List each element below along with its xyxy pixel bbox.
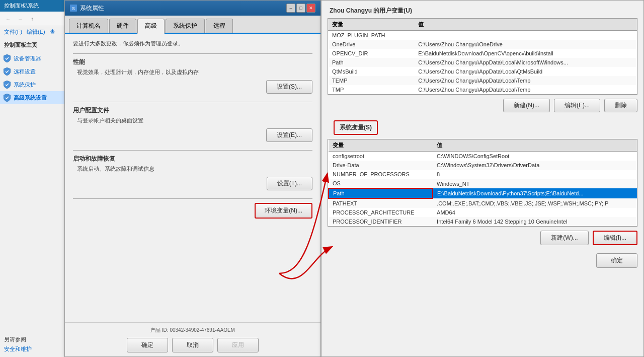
nav-back-btn[interactable]: ← [3,14,13,24]
cp-section-title: 控制面板主页 [0,38,65,52]
menu-file[interactable]: 文件(F) [4,29,22,35]
user-var-name: OneDrive [328,40,414,49]
sys-vars-row[interactable]: PathE:\BaiduNetdiskDownload\Python37\Scr… [329,188,637,198]
warning-text: 要进行大多数更改，你必须作为管理员登录。 [73,40,312,47]
sys-vars-section: 系统变量(S) [328,118,637,137]
tab-computer-name[interactable]: 计算机名 [69,19,108,33]
sys-vars-table-container: 变量 值 configsetrootC:\WINDOWS\ConfigSetRo… [328,139,637,227]
user-profiles-settings-btn[interactable]: 设置(E)... [266,128,312,142]
divider2 [73,102,312,102]
shield-icon-3 [3,81,11,89]
control-panel: 控制面板\系统 ← → ↑ 文件(F) 编辑(E) 查 控制面板主页 设备管理器… [0,0,65,357]
performance-settings-btn[interactable]: 设置(S)... [266,80,312,94]
cancel-btn[interactable]: 取消 [172,338,213,352]
user-vars-row[interactable]: OPENCV_DIRE:\BaiduNetdiskDownload\OpenCV… [328,49,637,58]
user-var-value: E:\BaiduNetdiskDownload\OpenCV\opencv\bu… [414,49,637,58]
user-vars-row[interactable]: PathC:\Users\Zhou Changyu\AppData\Local\… [328,58,637,67]
env-ok-btn[interactable]: 确定 [596,253,637,268]
user-vars-btn-group: 新建(N)... 编辑(E)... 删除 [321,95,643,116]
menu-edit[interactable]: 编辑(E) [27,29,45,35]
sys-vars-row[interactable]: PROCESSOR_ARCHITECTUREAMD64 [329,208,637,217]
user-profiles-btn-row: 设置(E)... [73,128,312,142]
user-var-value: C:\Users\Zhou Changyu\AppData\Local\Micr… [414,58,637,67]
sys-edit-btn[interactable]: 编辑(I)... [593,231,637,245]
sys-var-value: Windows_NT [433,179,637,188]
sys-vars-row[interactable]: PROCESSOR_IDENTIFIERIntel64 Family 6 Mod… [329,217,637,226]
env-btn-row: 环境变量(N)... [73,203,312,219]
user-var-value: C:\Users\Zhou Changyu\AppData\Local\QtMs… [414,67,637,76]
startup-settings-btn[interactable]: 设置(T)... [267,177,312,190]
user-profiles-label: 用户配置文件 [73,106,312,115]
user-vars-row[interactable]: QtMsBuildC:\Users\Zhou Changyu\AppData\L… [328,67,637,76]
performance-label: 性能 [73,58,312,66]
user-var-value: C:\Users\Zhou Changyu\AppData\Local\Temp [414,85,637,94]
sidebar-label-advanced: 高级系统设置 [14,94,47,102]
apply-btn[interactable]: 应用 [217,338,259,352]
sys-new-btn[interactable]: 新建(W)... [540,231,588,245]
sys-vars-row[interactable]: NUMBER_OF_PROCESSORS8 [329,170,637,179]
tab-advanced[interactable]: 高级 [137,19,165,34]
close-btn[interactable]: ✕ [306,4,315,13]
sys-var-name: NUMBER_OF_PROCESSORS [329,170,433,179]
nav-forward-btn[interactable]: → [15,14,25,24]
user-vars-col-var: 变量 [328,19,414,31]
sys-var-value: 8 [433,170,637,179]
sys-vars-row[interactable]: Drive-DataC:\Windows\System32\Drivers\Dr… [329,161,637,170]
sidebar-label-device-manager: 设备管理器 [14,55,41,62]
sys-vars-row[interactable]: OSWindows_NT [329,179,637,188]
user-vars-row[interactable]: TMPC:\Users\Zhou Changyu\AppData\Local\T… [328,85,637,94]
titlebar-left: S 系统属性 [70,4,104,13]
sidebar-item-remote-settings[interactable]: 远程设置 [0,65,65,78]
user-new-btn[interactable]: 新建(N)... [503,99,550,112]
sys-vars-col-var: 变量 [329,139,433,152]
user-vars-row[interactable]: MOZ_PLUGIN_PATH [328,31,637,40]
sys-var-value: E:\BaiduNetdiskDownload\Python37\Scripts… [433,188,637,198]
sidebar-item-device-manager[interactable]: 设备管理器 [0,52,65,65]
sys-props-titlebar: S 系统属性 – □ ✕ [65,1,320,16]
tab-remote[interactable]: 远程 [206,19,233,33]
cp-nav: ← → ↑ [0,12,65,26]
divider1 [73,53,312,54]
minimize-btn[interactable]: – [286,4,295,13]
user-delete-btn[interactable]: 删除 [604,99,637,112]
performance-desc: 视觉效果，处理器计划，内存使用，以及虚拟内存 [73,68,312,76]
user-profiles-desc: 与登录帐户相关的桌面设置 [73,117,312,124]
sidebar-item-advanced-settings[interactable]: 高级系统设置 [0,91,65,104]
performance-btn-row: 设置(S)... [73,80,312,94]
user-var-value: C:\Users\Zhou Changyu\AppData\Local\Temp [414,76,637,85]
user-var-name: QtMsBuild [328,67,414,76]
sys-var-value: C:\Windows\System32\Drivers\DriverData [433,161,637,170]
user-vars-row[interactable]: TEMPC:\Users\Zhou Changyu\AppData\Local\… [328,76,637,85]
system-properties-dialog: S 系统属性 – □ ✕ 计算机名 硬件 高级 系统保护 远程 要进行大多数更改… [64,0,321,357]
shield-icon-2 [3,67,11,76]
sys-var-value: .COM;.EXE;.BAT;.CMD;.VBS;.VBE;.JS;.JSE;.… [433,198,637,208]
tab-hardware[interactable]: 硬件 [109,19,136,33]
dialog-tabs: 计算机名 硬件 高级 系统保护 远程 [65,16,320,34]
nav-up-btn[interactable]: ↑ [27,14,37,24]
sys-props-title: 系统属性 [80,4,104,13]
user-var-value [414,31,637,40]
maximize-btn[interactable]: □ [296,4,305,13]
sys-var-name: PATHEXT [329,198,433,208]
sys-vars-row[interactable]: configsetrootC:\WINDOWS\ConfigSetRoot [329,152,637,161]
cp-also-see: 另请参阅 [4,336,61,343]
sidebar-item-system-protection[interactable]: 系统保护 [0,78,65,91]
startup-label: 启动和故障恢复 [73,155,312,163]
menu-view[interactable]: 查 [50,29,55,35]
sys-var-value: Intel64 Family 6 Model 142 Stepping 10 G… [433,217,637,226]
env-confirm-row: 确定 [321,249,643,272]
divider4 [73,198,312,199]
cp-menu-bar: 文件(F) 编辑(E) 查 [0,26,65,38]
sys-var-name: OS [329,179,433,188]
sys-var-name: PROCESSOR_IDENTIFIER [329,217,433,226]
env-variables-btn[interactable]: 环境变量(N)... [255,203,312,219]
user-edit-btn[interactable]: 编辑(E)... [554,99,600,112]
cp-security-link[interactable]: 安全和维护 [4,345,61,353]
tab-system-protection[interactable]: 系统保护 [166,19,205,33]
sys-var-value: AMD64 [433,208,637,217]
ok-btn[interactable]: 确定 [127,338,168,352]
sys-vars-row[interactable]: PATHEXT.COM;.EXE;.BAT;.CMD;.VBS;.VBE;.JS… [329,198,637,208]
user-vars-row[interactable]: OneDriveC:\Users\Zhou Changyu\OneDrive [328,40,637,49]
cp-title: 控制面板\系统 [4,2,39,10]
divider3 [73,150,312,151]
